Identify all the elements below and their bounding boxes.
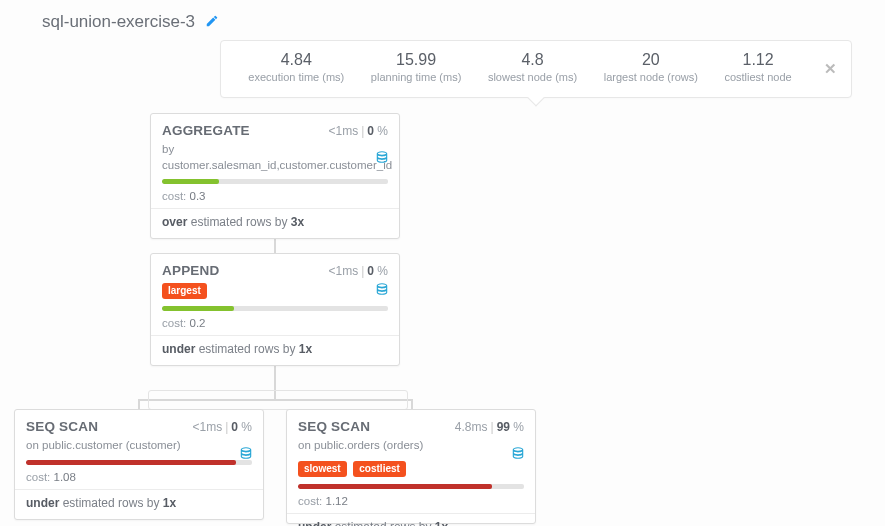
node-cost: cost: 1.12 — [298, 495, 524, 513]
node-op-label: SEQ SCAN — [26, 419, 98, 434]
node-estimate: under estimated rows by 1x — [162, 342, 388, 356]
plan-summary: 4.84 execution time (ms) 15.99 planning … — [220, 40, 852, 98]
node-cost: cost: 0.2 — [162, 317, 388, 335]
database-icon — [239, 446, 253, 463]
node-estimate: under estimated rows by 1x — [26, 496, 252, 510]
tag-costliest: costliest — [353, 461, 406, 477]
metric-costliest-node: 1.12 costliest node — [724, 51, 791, 83]
node-cost: cost: 1.08 — [26, 471, 252, 489]
node-bar — [26, 460, 252, 465]
tag-largest: largest — [162, 283, 207, 299]
metric-slowest-node: 4.8 slowest node (ms) — [488, 51, 577, 83]
node-estimate: under estimated rows by 1x — [298, 520, 524, 526]
metric-execution-time: 4.84 execution time (ms) — [248, 51, 344, 83]
node-bar — [298, 484, 524, 489]
tag-slowest: slowest — [298, 461, 347, 477]
metric-planning-time: 15.99 planning time (ms) — [371, 51, 461, 83]
database-icon — [375, 282, 389, 299]
node-timing: <1ms|0 % — [328, 264, 388, 278]
node-bar — [162, 306, 388, 311]
plan-node-aggregate[interactable]: AGGREGATE <1ms|0 % by customer.salesman_… — [150, 113, 400, 239]
metric-largest-node: 20 largest node (rows) — [604, 51, 698, 83]
plan-node-append[interactable]: APPEND <1ms|0 % largest cost: 0.2 under … — [150, 253, 400, 366]
node-detail: on public.orders (orders) — [298, 438, 524, 454]
database-icon — [511, 446, 525, 463]
node-detail: by customer.salesman_id,customer.custome… — [162, 142, 388, 173]
node-timing: <1ms|0 % — [192, 420, 252, 434]
database-icon — [375, 150, 389, 167]
node-cost: cost: 0.3 — [162, 190, 388, 208]
node-op-label: SEQ SCAN — [298, 419, 370, 434]
node-estimate: over estimated rows by 3x — [162, 215, 388, 229]
node-op-label: APPEND — [162, 263, 219, 278]
node-op-label: AGGREGATE — [162, 123, 250, 138]
close-icon[interactable]: ✕ — [824, 60, 837, 78]
plan-node-seqscan-customer[interactable]: SEQ SCAN <1ms|0 % on public.customer (cu… — [14, 409, 264, 520]
edit-title-icon[interactable] — [205, 14, 219, 31]
page-title: sql-union-exercise-3 — [42, 12, 195, 32]
plan-node-seqscan-orders[interactable]: SEQ SCAN 4.8ms|99 % on public.orders (or… — [286, 409, 536, 524]
node-detail: on public.customer (customer) — [26, 438, 252, 454]
node-timing: 4.8ms|99 % — [455, 420, 524, 434]
node-timing: <1ms|0 % — [328, 124, 388, 138]
node-bar — [162, 179, 388, 184]
